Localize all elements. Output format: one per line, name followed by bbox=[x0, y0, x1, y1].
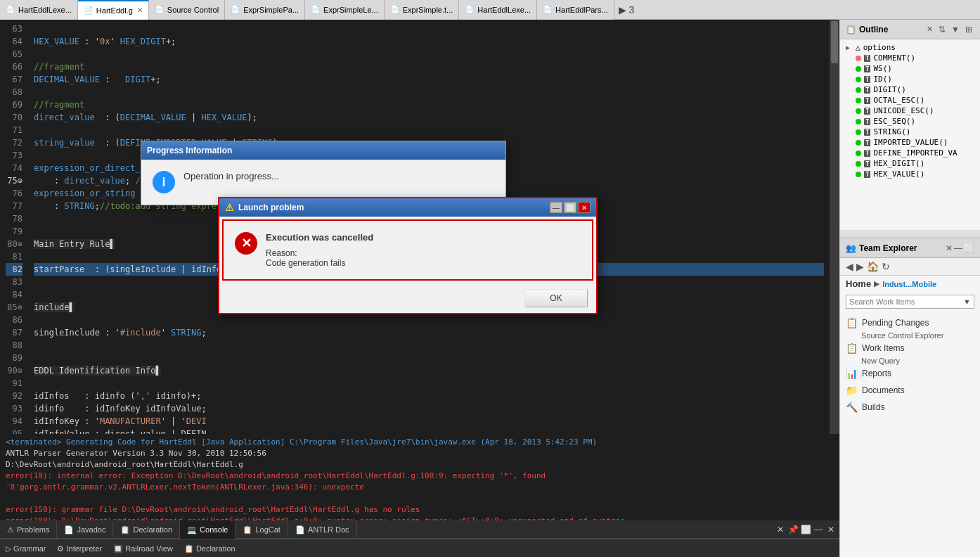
outline-expand-btn[interactable]: ⊞ bbox=[963, 24, 974, 35]
outline-item-string[interactable]: T STRING() bbox=[840, 127, 980, 137]
expand-icon: ▶ bbox=[846, 44, 853, 51]
te-builds[interactable]: 🔨 Builds bbox=[846, 399, 974, 416]
tab-harteddllexe2[interactable]: 📄 HartEddlLexe... bbox=[459, 0, 537, 20]
te-home-label: Home bbox=[846, 278, 871, 289]
problems-icon: ⚠ bbox=[7, 520, 14, 539]
error-main-text: Execution was cancelled bbox=[266, 232, 581, 243]
outline-item-hexvalue[interactable]: T HEX_VALUE() bbox=[840, 169, 980, 179]
tab-close[interactable]: ✕ bbox=[137, 6, 143, 14]
outline-item-comment[interactable]: T COMMENT() bbox=[840, 53, 980, 63]
console-clear-btn[interactable]: ✕ bbox=[775, 524, 786, 535]
tab-overflow[interactable]: ▶ 3 bbox=[614, 4, 639, 15]
error-title-buttons: — ⬜ ✕ bbox=[550, 202, 591, 213]
console-close-btn[interactable]: ✕ bbox=[825, 524, 837, 535]
te-documents[interactable]: 📁 Documents bbox=[846, 382, 974, 399]
console-output[interactable]: <terminated> Generating Code for HartEdd… bbox=[0, 434, 839, 520]
right-panel: 📋 Outline ✕ ⇅ ▼ ⊞ ▶ △ options bbox=[839, 20, 980, 557]
te-refresh-btn[interactable]: ↻ bbox=[882, 261, 890, 272]
expand-icon bbox=[846, 149, 853, 157]
progress-titlebar: Progress Information bbox=[141, 141, 505, 160]
outline-item-label: OCTAL_ESC() bbox=[873, 96, 924, 105]
progress-message: Operation in progress... bbox=[183, 171, 279, 181]
console-minimize-btn[interactable]: — bbox=[813, 524, 824, 535]
outline-filter-btn[interactable]: ▼ bbox=[949, 24, 962, 35]
tab-sourcecontrol[interactable]: 📄 Source Control bbox=[149, 0, 225, 20]
te-forward-btn[interactable]: ▶ bbox=[856, 261, 864, 272]
bottom-tabs-bar: ⚠ Problems 📄 Javadoc 📋 Declaration 💻 Con… bbox=[0, 520, 839, 539]
restore-btn[interactable]: ⬜ bbox=[564, 202, 576, 213]
outline-item-id[interactable]: T ID() bbox=[840, 74, 980, 84]
te-documents-label: Documents bbox=[862, 385, 905, 395]
te-new-query[interactable]: New Query bbox=[861, 357, 974, 365]
tab-harteddllexer1[interactable]: 📄 HartEddlLexe... bbox=[0, 0, 78, 20]
te-maximize-icon[interactable]: ⬜ bbox=[964, 243, 974, 253]
te-work-items[interactable]: 📋 Work Items bbox=[846, 340, 974, 357]
te-search-box[interactable]: ▼ bbox=[846, 295, 974, 309]
tab-icon: 📄 bbox=[155, 5, 165, 14]
tab-exprsimplele[interactable]: 📄 ExprSimpleLe... bbox=[305, 0, 385, 20]
minimize-btn[interactable]: — bbox=[550, 202, 562, 213]
tab-declaration[interactable]: 📋 Declaration bbox=[113, 520, 180, 539]
tab-icon: 📄 bbox=[6, 5, 15, 14]
t-badge: T bbox=[864, 150, 870, 157]
close-icon[interactable]: ✕ bbox=[924, 24, 935, 35]
te-project-label[interactable]: Indust...Mobile bbox=[882, 280, 936, 288]
tab-console[interactable]: 💻 Console bbox=[180, 520, 236, 539]
te-reports[interactable]: 📊 Reports bbox=[846, 365, 974, 382]
status-tab-railroad[interactable]: 🔲 Railroad View bbox=[108, 539, 179, 558]
t-badge: T bbox=[864, 171, 870, 178]
outline-item-escseq[interactable]: T ESC_SEQ() bbox=[840, 116, 980, 127]
t-badge: T bbox=[864, 129, 870, 136]
tab-problems[interactable]: ⚠ Problems bbox=[0, 520, 57, 539]
tab-exprsimplert[interactable]: 📄 ExprSimple.t... bbox=[385, 0, 460, 20]
outline-item-octal[interactable]: T OCTAL_ESC() bbox=[840, 95, 980, 105]
expand-icon bbox=[846, 170, 853, 178]
error-icon: ✕ bbox=[235, 232, 257, 255]
te-source-control-explorer[interactable]: Source Control Explorer bbox=[861, 331, 974, 340]
tab-harteddlg[interactable]: 📄 HartEddl.g ✕ bbox=[78, 0, 149, 20]
te-search-dropdown-btn[interactable]: ▼ bbox=[960, 296, 974, 307]
documents-icon: 📁 bbox=[846, 385, 858, 396]
close-icon[interactable]: ✕ bbox=[946, 243, 953, 253]
outline-item-ws[interactable]: T WS() bbox=[840, 63, 980, 74]
te-search-input[interactable] bbox=[846, 295, 960, 308]
status-tab-grammar[interactable]: ▷ Grammar bbox=[0, 539, 51, 558]
console-maximize-btn[interactable]: ⬜ bbox=[800, 524, 811, 535]
ok-button[interactable]: OK bbox=[524, 289, 588, 307]
info-icon: i bbox=[153, 171, 175, 193]
console-pin-btn[interactable]: 📌 bbox=[787, 524, 799, 535]
te-home-btn[interactable]: 🏠 bbox=[867, 261, 879, 272]
tab-label: HartEddlLexe... bbox=[477, 6, 531, 14]
antlrdoc-icon: 📄 bbox=[295, 520, 305, 539]
te-back-btn[interactable]: ◀ bbox=[846, 261, 853, 272]
dot-icon bbox=[856, 56, 861, 61]
te-pending-changes[interactable]: 📋 Pending Changes bbox=[846, 314, 974, 331]
outline-item-hexdigit[interactable]: T HEX_DIGIT() bbox=[840, 158, 980, 169]
tab-icon: 📄 bbox=[311, 5, 321, 14]
error-reason-label: Reason: bbox=[266, 248, 581, 258]
outline-item-define-imported[interactable]: T DEFINE_IMPORTED_VA bbox=[840, 148, 980, 158]
te-minimize-icon[interactable]: — bbox=[954, 243, 962, 253]
console-line-error: error(10): internal error: Exception D:\… bbox=[6, 470, 834, 493]
tab-javadoc[interactable]: 📄 Javadoc bbox=[57, 520, 113, 539]
close-btn[interactable]: ✕ bbox=[578, 202, 591, 213]
tab-exprsimplepa[interactable]: 📄 ExprSimplePa... bbox=[225, 0, 305, 20]
tab-antlrdoc[interactable]: 📄 ANTLR Doc bbox=[288, 520, 357, 539]
outline-item-unicode[interactable]: T UNICODE_ESC() bbox=[840, 105, 980, 116]
outline-sort-btn[interactable]: ⇅ bbox=[936, 24, 948, 35]
tab-logcat[interactable]: 📋 LogCat bbox=[236, 520, 288, 539]
error-footer: OK bbox=[219, 283, 596, 313]
javadoc-icon: 📄 bbox=[64, 520, 74, 539]
outline-item-options[interactable]: ▶ △ options bbox=[840, 42, 980, 53]
status-tab-interpreter[interactable]: ⚙ Interpreter bbox=[51, 539, 108, 558]
outline-item-imported[interactable]: T IMPORTED_VALUE() bbox=[840, 137, 980, 148]
status-tab-declaration2[interactable]: 📋 Declaration bbox=[179, 539, 241, 558]
tab-label: ExprSimple.t... bbox=[403, 6, 453, 14]
outline-hscrollbar[interactable] bbox=[840, 230, 980, 237]
dot-icon bbox=[856, 161, 861, 167]
dot-icon bbox=[856, 140, 861, 146]
console-line bbox=[6, 493, 834, 504]
tab-harteddlpars[interactable]: 📄 HartEddlPars... bbox=[537, 0, 614, 20]
outline-item-digit[interactable]: T DIGIT() bbox=[840, 84, 980, 95]
vertical-scrollbar[interactable] bbox=[830, 20, 839, 434]
